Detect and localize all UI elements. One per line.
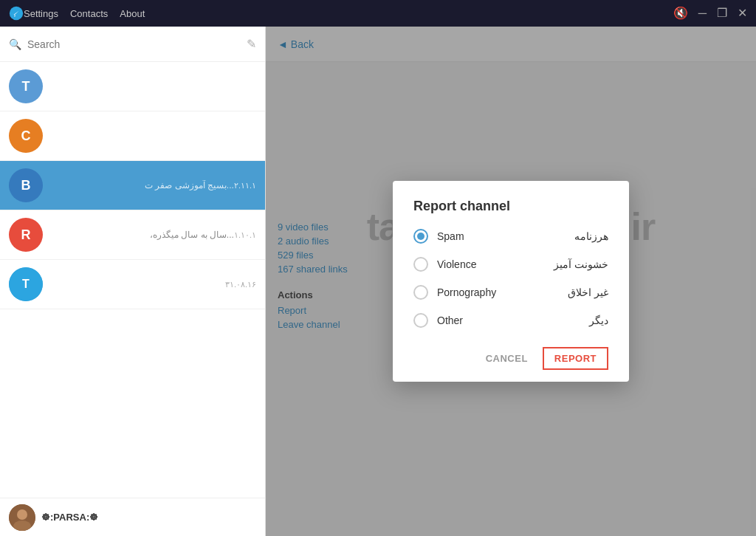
avatar: T bbox=[9, 267, 43, 301]
menu-contacts[interactable]: Contacts bbox=[70, 8, 108, 19]
radio-left-violence: Violence bbox=[413, 257, 476, 272]
chat-meta: ٢.١١.١ bbox=[234, 181, 256, 190]
search-bar: 🔍 ✎ bbox=[0, 27, 265, 62]
edit-icon[interactable]: ✎ bbox=[247, 37, 256, 51]
radio-option-pornography[interactable]: Pornography غیر اخلاق bbox=[413, 285, 608, 300]
avatar: B bbox=[9, 168, 43, 202]
dialog-actions: CANCEL REPORT bbox=[413, 341, 608, 370]
chat-item-active[interactable]: B ...بسیج آموزشی صفر ت ٢.١١.١ bbox=[0, 161, 265, 210]
radio-circle-spam bbox=[413, 229, 428, 244]
speaker-icon[interactable]: 🔇 bbox=[673, 7, 688, 19]
radio-left-pornography: Pornography bbox=[413, 285, 496, 300]
chat-time: ١.١٠.١ bbox=[234, 230, 256, 240]
user-bar: ☸:PARSA:☸ bbox=[0, 498, 265, 536]
chat-item[interactable]: T bbox=[0, 62, 265, 111]
titlebar-menu: Settings Contacts About bbox=[24, 8, 145, 19]
chat-list: T C B bbox=[0, 62, 265, 498]
app-logo-icon bbox=[9, 6, 24, 21]
chat-meta: ٣١.٠٨.١۶ bbox=[225, 280, 256, 289]
sidebar: 🔍 ✎ T C bbox=[0, 27, 266, 536]
restore-icon[interactable]: ❐ bbox=[717, 7, 727, 19]
user-avatar bbox=[9, 504, 35, 531]
user-name: ☸:PARSA:☸ bbox=[41, 512, 98, 523]
menu-settings[interactable]: Settings bbox=[24, 8, 58, 19]
radio-left-other: Other bbox=[413, 313, 463, 328]
radio-option-violence[interactable]: Violence خشونت آمیز bbox=[413, 257, 608, 272]
app-body: 🔍 ✎ T C bbox=[0, 27, 756, 536]
radio-persian-other: دیگر bbox=[589, 315, 608, 326]
report-dialog: Report channel Spam هرزنامه Violence خش bbox=[393, 181, 629, 382]
menu-about[interactable]: About bbox=[120, 8, 145, 19]
radio-circle-pornography bbox=[413, 285, 428, 300]
cancel-button[interactable]: CANCEL bbox=[477, 347, 537, 370]
modal-backdrop[interactable]: Report channel Spam هرزنامه Violence خش bbox=[266, 27, 756, 536]
radio-left-spam: Spam bbox=[413, 229, 464, 244]
titlebar: Settings Contacts About 🔇 ─ ❐ ✕ bbox=[0, 0, 756, 27]
radio-persian-spam: هرزنامه bbox=[574, 230, 608, 242]
main-panel: tarfande2.blog.ir هک سلاح ماستبرای تبادل… bbox=[266, 27, 756, 536]
radio-label-violence: Violence bbox=[437, 258, 476, 270]
radio-label-other: Other bbox=[437, 315, 463, 326]
chat-info: ...سال به سال میگذره، bbox=[52, 230, 234, 240]
radio-persian-pornography: غیر اخلاق bbox=[568, 286, 608, 298]
minimize-icon[interactable]: ─ bbox=[698, 7, 707, 19]
svg-text:T: T bbox=[22, 278, 30, 290]
radio-option-other[interactable]: Other دیگر bbox=[413, 313, 608, 328]
chat-item[interactable]: C bbox=[0, 111, 265, 161]
avatar: C bbox=[9, 119, 43, 153]
radio-label-spam: Spam bbox=[437, 230, 464, 242]
chat-meta: ١.١٠.١ bbox=[234, 230, 256, 240]
close-icon[interactable]: ✕ bbox=[738, 7, 747, 19]
radio-persian-violence: خشونت آمیز bbox=[554, 258, 608, 270]
chat-item[interactable]: R ...سال به سال میگذره، ١.١٠.١ bbox=[0, 210, 265, 260]
titlebar-controls: 🔇 ─ ❐ ✕ bbox=[673, 7, 747, 19]
search-input[interactable] bbox=[27, 38, 241, 50]
chat-time: ٣١.٠٨.١۶ bbox=[225, 280, 256, 289]
radio-label-pornography: Pornography bbox=[437, 286, 496, 298]
radio-option-spam[interactable]: Spam هرزنامه bbox=[413, 229, 608, 244]
chat-info: ...بسیج آموزشی صفر ت bbox=[52, 180, 234, 190]
avatar: R bbox=[9, 218, 43, 252]
dialog-title: Report channel bbox=[413, 199, 608, 214]
chat-item[interactable]: T ٣١.٠٨.١۶ bbox=[0, 260, 265, 309]
radio-circle-other bbox=[413, 313, 428, 328]
chat-preview: ...بسیج آموزشی صفر ت bbox=[52, 180, 234, 190]
avatar: T bbox=[9, 69, 43, 103]
report-button[interactable]: REPORT bbox=[543, 347, 608, 370]
chat-time: ٢.١١.١ bbox=[234, 181, 256, 190]
search-icon: 🔍 bbox=[9, 38, 21, 50]
radio-circle-violence bbox=[413, 257, 428, 272]
svg-point-4 bbox=[17, 509, 27, 520]
chat-preview: ...سال به سال میگذره، bbox=[52, 230, 234, 240]
